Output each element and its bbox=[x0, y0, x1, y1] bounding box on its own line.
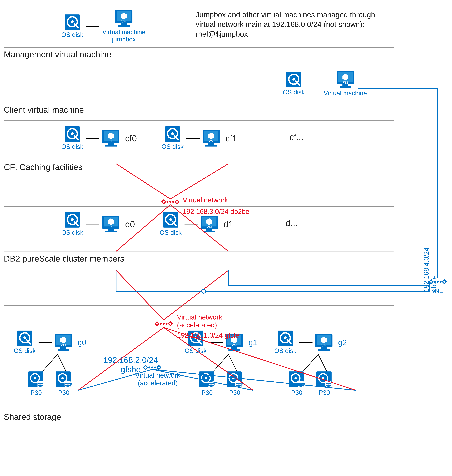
connector bbox=[86, 224, 100, 224]
d0-node: OS disk d0 bbox=[61, 212, 135, 236]
svg-line-23 bbox=[228, 354, 237, 371]
os-disk-icon: OS disk bbox=[61, 212, 83, 236]
connector bbox=[186, 138, 200, 139]
connector bbox=[86, 138, 100, 139]
os-disk-icon: OS disk bbox=[160, 212, 182, 236]
os-disk-label: OS disk bbox=[162, 143, 184, 150]
svg-line-25 bbox=[318, 354, 327, 371]
gfsbe-subnet: 192.168.2.0/24 gfsbe bbox=[103, 355, 158, 374]
d0-label: d0 bbox=[125, 219, 135, 229]
os-disk-icon: OS disk bbox=[14, 330, 36, 354]
management-note: Jumpbox and other virtual machines manag… bbox=[196, 10, 386, 39]
svg-line-21 bbox=[58, 354, 66, 371]
g0-node: OS disk g0 bbox=[14, 330, 86, 354]
fanout-lines bbox=[197, 354, 245, 371]
fanout-lines bbox=[287, 354, 334, 371]
os-disk-label: OS disk bbox=[274, 347, 296, 354]
vm-icon bbox=[55, 334, 72, 351]
p30-label: P30 bbox=[58, 389, 69, 396]
os-disk-icon: OS disk bbox=[162, 127, 184, 150]
cf-layer: OS disk cf0 OS disk cf1 cf... bbox=[4, 120, 394, 160]
os-disk-label: OS disk bbox=[14, 347, 36, 354]
os-disk-icon: OS disk bbox=[185, 330, 206, 354]
vm-label: Virtual machine jumpbox bbox=[102, 28, 146, 43]
svg-line-24 bbox=[303, 354, 318, 371]
p30-label: P30 bbox=[31, 389, 42, 396]
vm-icon bbox=[102, 130, 120, 147]
vm-label: Virtual machine bbox=[324, 89, 367, 97]
os-disk-icon: OS disk bbox=[61, 14, 83, 38]
p30-disk-icon: P30 bbox=[226, 371, 243, 396]
g2-node: OS disk g2 bbox=[274, 330, 347, 354]
p30-label: P30 bbox=[291, 389, 302, 396]
management-title: Management virtual machine bbox=[4, 49, 452, 59]
cf0-node: OS disk cf0 bbox=[61, 127, 137, 150]
os-disk-label: OS disk bbox=[61, 143, 83, 150]
management-layer: OS disk Virtual machine jumpbox Jumpbox … bbox=[4, 4, 394, 48]
p30-disk-icon: P30 bbox=[316, 371, 332, 396]
p30-disk-icon: P30 bbox=[56, 371, 72, 396]
d1-label: d1 bbox=[224, 219, 233, 229]
p30-label: P30 bbox=[319, 389, 330, 396]
db2-title: DB2 pureScale cluster members bbox=[4, 254, 452, 263]
db2-layer: OS disk d0 OS disk d1 d... bbox=[4, 206, 394, 252]
cf0-label: cf0 bbox=[125, 133, 137, 143]
g2-label: g2 bbox=[338, 338, 347, 347]
svg-line-20 bbox=[42, 354, 58, 371]
g0-label: g0 bbox=[78, 338, 86, 347]
p30-disk-icon: P30 bbox=[28, 371, 44, 396]
p30-label: P30 bbox=[201, 389, 213, 396]
vm-icon bbox=[201, 216, 218, 233]
connector bbox=[307, 84, 321, 84]
shared-layer: OS disk g0 P30 P30 bbox=[4, 305, 394, 410]
os-disk-label: OS disk bbox=[160, 229, 182, 236]
vm-icon bbox=[203, 130, 220, 147]
p30-disk-icon: P30 bbox=[199, 371, 215, 396]
os-disk-label: OS disk bbox=[61, 229, 83, 236]
client-title: Client virtual machine bbox=[4, 105, 452, 115]
vm-icon bbox=[315, 334, 332, 351]
cf-title: CF: Caching facilities bbox=[4, 162, 452, 172]
os-disk-label: OS disk bbox=[185, 347, 206, 354]
g1-label: g1 bbox=[248, 338, 257, 347]
d1-node: OS disk d1 bbox=[160, 212, 233, 236]
vm-icon: Virtual machine bbox=[324, 71, 367, 97]
os-disk-label: OS disk bbox=[283, 88, 305, 96]
os-disk-icon: OS disk bbox=[274, 330, 296, 354]
cf1-node: OS disk cf1 bbox=[162, 127, 237, 150]
d-more-label: d... bbox=[286, 218, 298, 228]
client-layer: OS disk Virtual machine bbox=[4, 65, 394, 103]
connector bbox=[299, 342, 312, 343]
vm-icon bbox=[226, 334, 243, 351]
connector bbox=[86, 26, 100, 27]
cf-more-label: cf... bbox=[289, 132, 304, 142]
connector bbox=[39, 342, 52, 343]
connector bbox=[209, 342, 223, 343]
connector bbox=[185, 224, 198, 224]
os-disk-label: OS disk bbox=[61, 31, 83, 38]
svg-line-22 bbox=[213, 354, 228, 371]
g1-node: OS disk g1 bbox=[185, 330, 257, 354]
jumpbox-node: OS disk Virtual machine jumpbox bbox=[61, 10, 146, 43]
os-disk-icon: OS disk bbox=[61, 127, 83, 150]
fanout-lines bbox=[26, 354, 74, 371]
os-disk-icon: OS disk bbox=[283, 72, 305, 96]
shared-title: Shared storage bbox=[4, 412, 452, 422]
p30-label: P30 bbox=[229, 389, 240, 396]
vm-icon bbox=[102, 216, 120, 233]
vm-icon: Virtual machine jumpbox bbox=[102, 10, 146, 43]
cf1-label: cf1 bbox=[226, 133, 237, 143]
p30-disk-icon: P30 bbox=[289, 371, 305, 396]
client-node: OS disk Virtual machine bbox=[283, 71, 367, 97]
